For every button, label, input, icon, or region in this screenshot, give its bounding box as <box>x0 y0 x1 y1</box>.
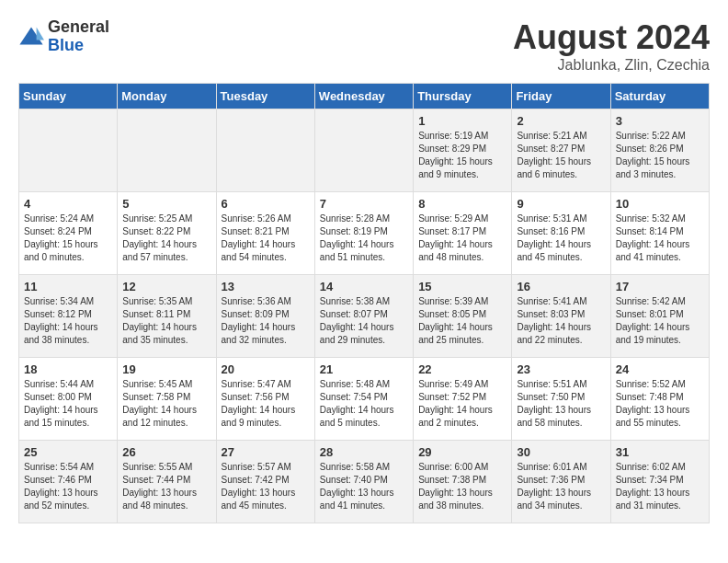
calendar-header-monday: Monday <box>118 84 216 109</box>
day-number: 27 <box>222 445 310 459</box>
day-number: 9 <box>517 197 605 211</box>
day-info: Sunrise: 6:01 AM Sunset: 7:36 PM Dayligh… <box>517 461 605 512</box>
calendar-cell: 29Sunrise: 6:00 AM Sunset: 7:38 PM Dayli… <box>414 441 512 523</box>
calendar-cell: 31Sunrise: 6:02 AM Sunset: 7:34 PM Dayli… <box>610 441 709 523</box>
calendar-week-row: 11Sunrise: 5:34 AM Sunset: 8:12 PM Dayli… <box>19 275 710 358</box>
calendar-table: SundayMondayTuesdayWednesdayThursdayFrid… <box>18 83 710 523</box>
day-number: 3 <box>616 114 704 128</box>
day-number: 11 <box>24 280 112 293</box>
calendar-week-row: 18Sunrise: 5:44 AM Sunset: 8:00 PM Dayli… <box>19 358 710 441</box>
day-number: 29 <box>418 445 506 459</box>
day-number: 17 <box>616 280 704 293</box>
calendar-cell: 24Sunrise: 5:52 AM Sunset: 7:48 PM Dayli… <box>610 358 709 441</box>
day-number: 28 <box>320 445 408 459</box>
calendar-cell: 19Sunrise: 5:45 AM Sunset: 7:58 PM Dayli… <box>118 358 216 441</box>
calendar-cell: 26Sunrise: 5:55 AM Sunset: 7:44 PM Dayli… <box>118 441 216 523</box>
calendar-cell: 7Sunrise: 5:28 AM Sunset: 8:19 PM Daylig… <box>314 192 413 275</box>
calendar-cell: 16Sunrise: 5:41 AM Sunset: 8:03 PM Dayli… <box>512 275 610 358</box>
day-number: 7 <box>320 197 408 211</box>
calendar-header-friday: Friday <box>512 84 610 109</box>
calendar-cell: 1Sunrise: 5:19 AM Sunset: 8:29 PM Daylig… <box>414 109 512 192</box>
calendar-cell: 4Sunrise: 5:24 AM Sunset: 8:24 PM Daylig… <box>19 192 118 275</box>
calendar-cell: 13Sunrise: 5:36 AM Sunset: 8:09 PM Dayli… <box>216 275 314 358</box>
day-number: 16 <box>517 280 605 293</box>
calendar-cell: 30Sunrise: 6:01 AM Sunset: 7:36 PM Dayli… <box>512 441 610 523</box>
day-info: Sunrise: 5:51 AM Sunset: 7:50 PM Dayligh… <box>517 378 605 430</box>
logo: General Blue <box>18 18 109 55</box>
calendar-cell: 14Sunrise: 5:38 AM Sunset: 8:07 PM Dayli… <box>314 275 413 358</box>
calendar-cell: 10Sunrise: 5:32 AM Sunset: 8:14 PM Dayli… <box>610 192 709 275</box>
day-info: Sunrise: 5:54 AM Sunset: 7:46 PM Dayligh… <box>24 461 112 512</box>
day-info: Sunrise: 5:42 AM Sunset: 8:01 PM Dayligh… <box>616 295 704 347</box>
day-info: Sunrise: 5:29 AM Sunset: 8:17 PM Dayligh… <box>418 213 506 264</box>
calendar-cell: 2Sunrise: 5:21 AM Sunset: 8:27 PM Daylig… <box>512 109 610 192</box>
day-info: Sunrise: 5:34 AM Sunset: 8:12 PM Dayligh… <box>24 295 112 347</box>
day-info: Sunrise: 5:32 AM Sunset: 8:14 PM Dayligh… <box>616 213 704 264</box>
logo-general-text: General <box>48 18 109 37</box>
day-number: 10 <box>616 197 704 211</box>
calendar-cell: 28Sunrise: 5:58 AM Sunset: 7:40 PM Dayli… <box>314 441 413 523</box>
calendar-cell: 11Sunrise: 5:34 AM Sunset: 8:12 PM Dayli… <box>19 275 118 358</box>
day-number: 24 <box>616 362 704 376</box>
calendar-cell: 23Sunrise: 5:51 AM Sunset: 7:50 PM Dayli… <box>512 358 610 441</box>
calendar-cell: 27Sunrise: 5:57 AM Sunset: 7:42 PM Dayli… <box>216 441 314 523</box>
svg-marker-1 <box>37 27 44 40</box>
day-info: Sunrise: 5:22 AM Sunset: 8:26 PM Dayligh… <box>616 130 704 181</box>
calendar-cell: 6Sunrise: 5:26 AM Sunset: 8:21 PM Daylig… <box>216 192 314 275</box>
calendar-cell: 21Sunrise: 5:48 AM Sunset: 7:54 PM Dayli… <box>314 358 413 441</box>
day-number: 20 <box>222 362 310 376</box>
day-number: 30 <box>517 445 605 459</box>
calendar-cell: 20Sunrise: 5:47 AM Sunset: 7:56 PM Dayli… <box>216 358 314 441</box>
day-info: Sunrise: 5:52 AM Sunset: 7:48 PM Dayligh… <box>616 378 704 430</box>
location-subtitle: Jablunka, Zlin, Czechia <box>513 57 710 74</box>
page-header: General Blue August 2024 Jablunka, Zlin,… <box>18 18 710 74</box>
day-info: Sunrise: 6:02 AM Sunset: 7:34 PM Dayligh… <box>616 461 704 512</box>
day-info: Sunrise: 5:19 AM Sunset: 8:29 PM Dayligh… <box>418 130 506 181</box>
calendar-header-wednesday: Wednesday <box>314 84 413 109</box>
day-info: Sunrise: 5:26 AM Sunset: 8:21 PM Dayligh… <box>222 213 310 264</box>
day-info: Sunrise: 5:38 AM Sunset: 8:07 PM Dayligh… <box>320 295 408 347</box>
calendar-header-thursday: Thursday <box>414 84 512 109</box>
day-number: 22 <box>418 362 506 376</box>
day-info: Sunrise: 5:45 AM Sunset: 7:58 PM Dayligh… <box>122 378 210 430</box>
day-number: 18 <box>24 362 112 376</box>
day-number: 2 <box>517 114 605 128</box>
day-number: 23 <box>517 362 605 376</box>
day-info: Sunrise: 5:55 AM Sunset: 7:44 PM Dayligh… <box>122 461 210 512</box>
day-info: Sunrise: 6:00 AM Sunset: 7:38 PM Dayligh… <box>418 461 506 512</box>
calendar-cell <box>314 109 413 192</box>
day-info: Sunrise: 5:28 AM Sunset: 8:19 PM Dayligh… <box>320 213 408 264</box>
calendar-cell: 5Sunrise: 5:25 AM Sunset: 8:22 PM Daylig… <box>118 192 216 275</box>
day-info: Sunrise: 5:35 AM Sunset: 8:11 PM Dayligh… <box>122 295 210 347</box>
day-number: 6 <box>222 197 310 211</box>
calendar-header-tuesday: Tuesday <box>216 84 314 109</box>
day-info: Sunrise: 5:31 AM Sunset: 8:16 PM Dayligh… <box>517 213 605 264</box>
day-number: 31 <box>616 445 704 459</box>
day-number: 25 <box>24 445 112 459</box>
day-info: Sunrise: 5:25 AM Sunset: 8:22 PM Dayligh… <box>122 213 210 264</box>
calendar-cell: 22Sunrise: 5:49 AM Sunset: 7:52 PM Dayli… <box>414 358 512 441</box>
calendar-cell <box>216 109 314 192</box>
day-number: 15 <box>418 280 506 293</box>
title-section: August 2024 Jablunka, Zlin, Czechia <box>513 18 710 74</box>
logo-blue-text: Blue <box>48 37 109 55</box>
day-info: Sunrise: 5:49 AM Sunset: 7:52 PM Dayligh… <box>418 378 506 430</box>
day-number: 21 <box>320 362 408 376</box>
calendar-cell: 18Sunrise: 5:44 AM Sunset: 8:00 PM Dayli… <box>19 358 118 441</box>
calendar-cell: 8Sunrise: 5:29 AM Sunset: 8:17 PM Daylig… <box>414 192 512 275</box>
calendar-cell: 17Sunrise: 5:42 AM Sunset: 8:01 PM Dayli… <box>610 275 709 358</box>
calendar-week-row: 1Sunrise: 5:19 AM Sunset: 8:29 PM Daylig… <box>19 109 710 192</box>
day-number: 26 <box>122 445 210 459</box>
day-info: Sunrise: 5:58 AM Sunset: 7:40 PM Dayligh… <box>320 461 408 512</box>
day-number: 13 <box>222 280 310 293</box>
calendar-cell <box>118 109 216 192</box>
calendar-header-saturday: Saturday <box>610 84 709 109</box>
day-info: Sunrise: 5:41 AM Sunset: 8:03 PM Dayligh… <box>517 295 605 347</box>
calendar-week-row: 25Sunrise: 5:54 AM Sunset: 7:46 PM Dayli… <box>19 441 710 523</box>
day-number: 4 <box>24 197 112 211</box>
calendar-header-sunday: Sunday <box>19 84 118 109</box>
month-year-title: August 2024 <box>513 18 710 57</box>
day-number: 1 <box>418 114 506 128</box>
day-number: 14 <box>320 280 408 293</box>
calendar-week-row: 4Sunrise: 5:24 AM Sunset: 8:24 PM Daylig… <box>19 192 710 275</box>
